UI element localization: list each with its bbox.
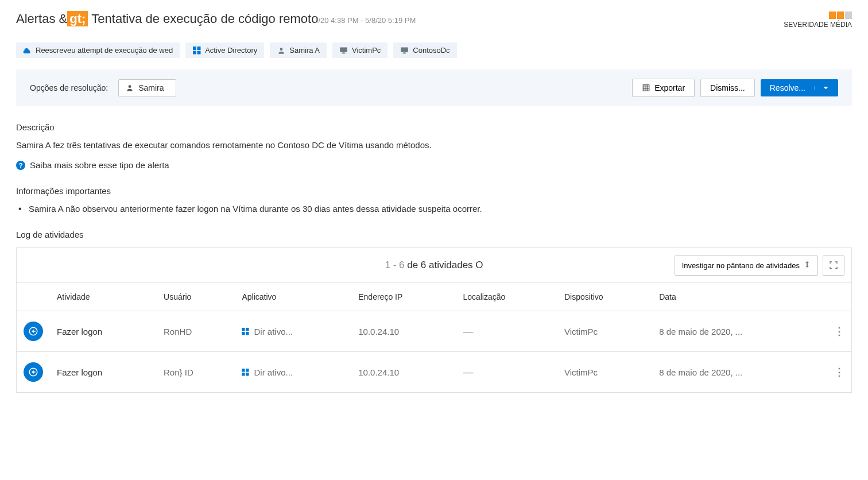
- svg-rect-12: [643, 85, 649, 91]
- resolution-bar: Opções de resolução: Samira Exportar Dis…: [16, 69, 852, 106]
- info-icon: ?: [16, 161, 25, 170]
- chip-samira[interactable]: Samira A: [270, 42, 327, 58]
- svg-rect-17: [246, 331, 249, 335]
- activity-range: 1 - 6: [385, 260, 404, 270]
- cell-date: 8 de maio de 2020, ...: [652, 311, 827, 352]
- svg-rect-15: [246, 328, 249, 331]
- svg-rect-8: [401, 48, 409, 52]
- important-item: Samira A não observou anteriormente faze…: [18, 204, 852, 214]
- cell-ip: 10.0.24.10: [351, 352, 456, 393]
- more-actions-icon[interactable]: ⋮: [834, 366, 844, 378]
- investigate-label: Investigar no pântano de atividades: [682, 261, 800, 270]
- person-icon: [277, 46, 285, 55]
- svg-rect-9: [404, 52, 406, 53]
- breadcrumb-prefix: Alertas &: [16, 11, 67, 26]
- windows-icon: [192, 46, 201, 55]
- header-left: Alertas &gt; Tentativa de execução de có…: [16, 11, 416, 26]
- chip-contosodc[interactable]: ContosoDc: [393, 42, 456, 58]
- description-text: Samira A fez três tentativas de executar…: [16, 140, 852, 150]
- logon-icon: [24, 322, 43, 341]
- resolution-right: Exportar Dismiss... Resolve...: [632, 79, 838, 97]
- important-list: Samira A não observou anteriormente faze…: [16, 204, 852, 214]
- activity-header: 1 - 6 de 6 atividades O Investigar no pâ…: [17, 248, 851, 283]
- svg-rect-2: [193, 51, 196, 54]
- expand-icon: [830, 261, 838, 269]
- description-section: Descrição Samira A fez três tentativas d…: [16, 122, 852, 170]
- dismiss-button[interactable]: Dismiss...: [700, 79, 755, 97]
- resolve-button[interactable]: Resolve...: [761, 79, 838, 96]
- col-device[interactable]: Dispositivo: [557, 283, 652, 311]
- activity-title: Log de atividades: [16, 230, 852, 239]
- cell-ip: 10.0.24.10: [351, 311, 456, 352]
- breadcrumb-gt-highlight: gt;: [67, 11, 88, 26]
- svg-rect-19: [242, 369, 245, 372]
- user-select[interactable]: Samira: [118, 79, 176, 96]
- chip-label: VictimPc: [352, 46, 381, 55]
- entity-chips: Reescreveu attempt de execução de wed Ac…: [16, 42, 852, 58]
- investigate-button[interactable]: Investigar no pântano de atividades: [675, 256, 818, 276]
- important-info-section: Informações importantes Samira A não obs…: [16, 186, 852, 214]
- page-header: Alertas &gt; Tentativa de execução de có…: [16, 11, 852, 29]
- alert-title: Tentativa de execução de código remoto: [91, 11, 318, 26]
- svg-rect-20: [246, 369, 249, 372]
- col-activity[interactable]: Atividade: [50, 283, 157, 311]
- cell-app: Dir ativo...: [242, 367, 344, 377]
- resolution-label: Opções de resolução:: [30, 83, 108, 92]
- svg-rect-3: [197, 51, 200, 54]
- table-row[interactable]: Fazer logon RonHD Dir ativo... 10.0.24.1…: [17, 311, 851, 352]
- severity-badge: SEVERIDADE MÉDIA: [784, 11, 852, 29]
- monitor-icon: [400, 46, 409, 55]
- severity-label: SEVERIDADE MÉDIA: [784, 21, 852, 29]
- chip-active-directory[interactable]: Active Directory: [185, 42, 264, 58]
- cell-location: —: [463, 326, 473, 337]
- important-title: Informações importantes: [16, 186, 852, 196]
- col-app[interactable]: Aplicativo: [235, 283, 351, 311]
- svg-rect-14: [242, 328, 245, 331]
- resolution-left: Opções de resolução: Samira: [30, 79, 176, 96]
- activity-of: de 6 atividades O: [405, 260, 483, 270]
- swamp-icon: [804, 261, 811, 269]
- svg-rect-7: [342, 53, 345, 54]
- svg-rect-5: [340, 48, 347, 52]
- person-icon: [126, 84, 134, 92]
- learn-more-link[interactable]: ? Saiba mais sobre esse tipo de alerta: [16, 160, 852, 170]
- cloud-icon: [23, 46, 32, 55]
- cell-user: Ron} ID: [157, 352, 235, 393]
- more-actions-icon[interactable]: ⋮: [834, 326, 844, 337]
- chip-label: Samira A: [289, 46, 320, 55]
- svg-point-4: [280, 48, 282, 51]
- svg-rect-10: [403, 53, 406, 54]
- table-row[interactable]: Fazer logon Ron} ID Dir ativo... 10.0.24…: [17, 352, 851, 393]
- svg-rect-0: [193, 47, 196, 50]
- expand-button[interactable]: [823, 256, 844, 276]
- monitor-icon: [339, 46, 348, 55]
- col-user[interactable]: Usuário: [157, 283, 235, 311]
- chip-label: Reescreveu attempt de execução de wed: [36, 46, 173, 55]
- export-label: Exportar: [654, 83, 685, 92]
- col-date[interactable]: Data: [652, 283, 827, 311]
- cell-activity: Fazer logon: [50, 352, 157, 393]
- logon-icon: [24, 362, 43, 382]
- chevron-down-icon[interactable]: [814, 86, 829, 90]
- learn-more-label: Saiba mais sobre esse tipo de alerta: [30, 160, 169, 170]
- chip-label: ContosoDc: [413, 46, 450, 55]
- cell-app-label: Dir ativo...: [254, 367, 293, 377]
- export-icon: [642, 84, 650, 92]
- svg-rect-1: [197, 47, 200, 50]
- alert-daterange: /20 4:38 PM - 5/8/20 5:19 PM: [318, 16, 416, 25]
- svg-point-11: [129, 85, 131, 88]
- col-location[interactable]: Localização: [456, 283, 557, 311]
- export-button[interactable]: Exportar: [632, 79, 695, 97]
- description-title: Descrição: [16, 122, 852, 132]
- windows-icon: [242, 328, 249, 335]
- chip-rewrite-attempt[interactable]: Reescreveu attempt de execução de wed: [16, 42, 180, 58]
- chip-victimpc[interactable]: VictimPc: [332, 42, 388, 58]
- col-ip[interactable]: Endereço IP: [351, 283, 456, 311]
- cell-user: RonHD: [157, 311, 235, 352]
- breadcrumb[interactable]: Alertas &gt;: [16, 11, 88, 26]
- svg-rect-21: [242, 372, 245, 376]
- table-header-row: Atividade Usuário Aplicativo Endereço IP…: [17, 283, 851, 311]
- svg-rect-16: [242, 331, 245, 335]
- cell-date: 8 de maio de 2020, ...: [652, 352, 827, 393]
- svg-rect-6: [343, 52, 345, 53]
